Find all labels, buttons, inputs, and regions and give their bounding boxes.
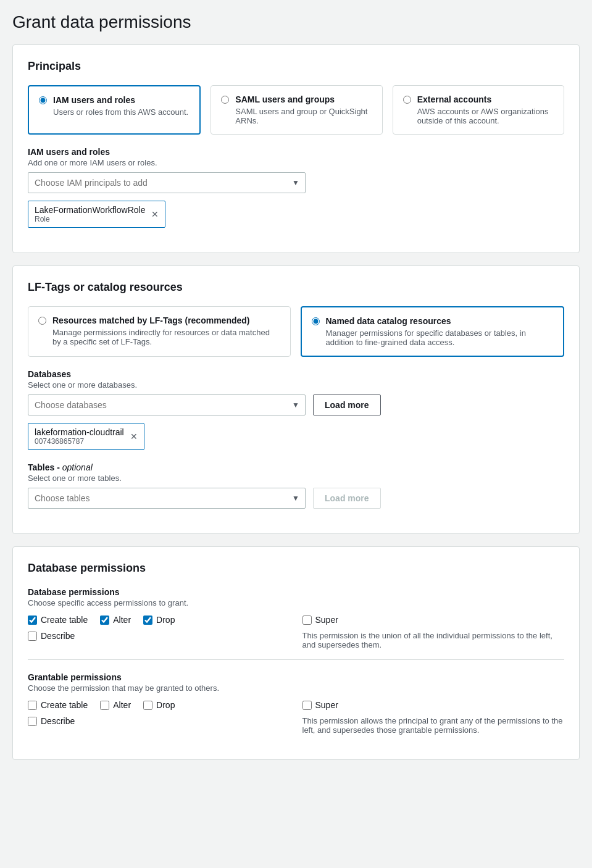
db-tag-name: lakeformation-cloudtrail <box>35 427 124 437</box>
lf-tags-option-label: Resources matched by LF-Tags (recommende… <box>52 315 280 325</box>
saml-option-desc: SAML users and group or QuickSight ARNs. <box>235 107 372 125</box>
db-perms-right: Super This permission is the union of al… <box>302 615 565 649</box>
g-alter-label: Alter <box>113 700 131 710</box>
databases-input[interactable] <box>28 394 306 415</box>
g-describe-checkbox[interactable] <box>28 717 37 726</box>
g-drop-checkbox[interactable] <box>143 701 152 710</box>
named-catalog-desc: Manager permissions for specific databas… <box>326 328 554 347</box>
super-desc: This permission is the union of all the … <box>302 631 565 649</box>
g-describe-label: Describe <box>41 716 75 726</box>
iam-tag-name: LakeFormationWorkflowRole <box>35 205 145 215</box>
drop-label: Drop <box>156 615 175 625</box>
tables-sublabel: Select one or more tables. <box>28 474 564 483</box>
databases-selected-tag: lakeformation-cloudtrail 007436865787 ✕ <box>28 423 144 450</box>
g-create-table-checkbox[interactable] <box>28 701 37 710</box>
iam-field-sublabel: Add one or more IAM users or roles. <box>28 158 564 167</box>
create-table-perm: Create table <box>28 615 88 625</box>
named-catalog-radio[interactable] <box>312 317 320 325</box>
iam-option-desc: Users or roles from this AWS account. <box>53 107 188 117</box>
lf-tags-radio[interactable] <box>38 317 46 325</box>
lf-tags-option[interactable]: Resources matched by LF-Tags (recommende… <box>28 306 291 357</box>
iam-option-label: IAM users and roles <box>53 95 188 105</box>
databases-select-row: ▼ Load more <box>28 394 564 415</box>
external-accounts-option[interactable]: External accounts AWS accounts or AWS or… <box>393 85 564 135</box>
named-catalog-label: Named data catalog resources <box>326 316 554 326</box>
iam-tag-close-icon[interactable]: ✕ <box>151 209 159 219</box>
g-create-table-label: Create table <box>41 700 88 710</box>
super-label: Super <box>315 615 338 625</box>
grantable-perms-field: Grantable permissions Choose the permiss… <box>28 672 564 735</box>
iam-principals-input[interactable] <box>28 172 306 193</box>
grantable-perms-grid: Create table Alter Drop Describe <box>28 700 564 735</box>
g-super-perm: Super <box>302 700 565 710</box>
iam-field-label: IAM users and roles <box>28 147 564 157</box>
g-alter-perm: Alter <box>100 700 131 710</box>
db-perms-field: Database permissions Choose specific acc… <box>28 587 564 649</box>
tables-field-section: Tables - optional Select one or more tab… <box>28 462 564 509</box>
db-perms-row-1: Create table Alter Drop <box>28 615 290 625</box>
create-table-checkbox[interactable] <box>28 616 37 625</box>
iam-select-row: ▼ <box>28 172 564 193</box>
drop-perm: Drop <box>143 615 175 625</box>
grantable-label: Grantable permissions <box>28 672 564 682</box>
g-describe-perm: Describe <box>28 716 75 726</box>
g-drop-label: Drop <box>156 700 175 710</box>
alter-perm: Alter <box>100 615 131 625</box>
g-super-checkbox[interactable] <box>302 701 312 710</box>
saml-users-groups-option[interactable]: SAML users and groups SAML users and gro… <box>211 85 382 135</box>
grantable-perms-row-2: Describe <box>28 716 290 726</box>
databases-label: Databases <box>28 369 564 379</box>
g-super-desc: This permission allows the principal to … <box>302 716 565 735</box>
page-title: Grant data permissions <box>12 12 580 32</box>
external-radio[interactable] <box>403 96 411 104</box>
iam-radio[interactable] <box>39 96 47 104</box>
alter-checkbox[interactable] <box>100 616 109 625</box>
create-table-label: Create table <box>41 615 88 625</box>
databases-field-section: Databases Select one or more databases. … <box>28 369 564 450</box>
grantable-perms-right: Super This permission allows the princip… <box>302 700 565 735</box>
super-checkbox[interactable] <box>302 616 312 625</box>
iam-tag-sub: Role <box>35 215 145 223</box>
iam-selected-tag: LakeFormationWorkflowRole Role ✕ <box>28 201 165 228</box>
lf-tags-option-desc: Manage permissions indirectly for resour… <box>52 328 280 346</box>
drop-checkbox[interactable] <box>143 616 152 625</box>
lf-tags-radio-group: Resources matched by LF-Tags (recommende… <box>28 306 564 357</box>
db-perms-grid: Create table Alter Drop Describe <box>28 615 564 649</box>
describe-perm: Describe <box>28 631 75 641</box>
iam-select-wrapper: ▼ <box>28 172 306 193</box>
principals-radio-group: IAM users and roles Users or roles from … <box>28 85 564 135</box>
databases-load-more-button[interactable]: Load more <box>313 394 381 415</box>
super-perm: Super <box>302 615 565 625</box>
lf-tags-title: LF-Tags or catalog resources <box>28 281 564 294</box>
db-perms-title: Database permissions <box>28 562 564 575</box>
principals-title: Principals <box>28 60 564 73</box>
describe-label: Describe <box>41 631 75 641</box>
saml-radio[interactable] <box>221 96 229 104</box>
g-create-table-perm: Create table <box>28 700 88 710</box>
databases-sublabel: Select one or more databases. <box>28 380 564 390</box>
db-tag-close-icon[interactable]: ✕ <box>130 432 138 441</box>
describe-checkbox[interactable] <box>28 632 37 641</box>
db-tag-sub: 007436865787 <box>35 437 124 446</box>
tables-optional-text: optional <box>62 462 93 472</box>
principals-section: Principals IAM users and roles Users or … <box>12 44 580 253</box>
tables-label: Tables - optional <box>28 462 564 472</box>
g-alter-checkbox[interactable] <box>100 701 109 710</box>
databases-select-wrapper: ▼ <box>28 394 306 415</box>
tables-input[interactable] <box>28 488 306 509</box>
tables-select-row: ▼ Load more <box>28 488 564 509</box>
db-perms-row-2: Describe <box>28 631 290 641</box>
iam-field-section: IAM users and roles Add one or more IAM … <box>28 147 564 228</box>
g-super-label: Super <box>315 700 338 710</box>
lf-tags-section: LF-Tags or catalog resources Resources m… <box>12 265 580 534</box>
tables-select-wrapper: ▼ <box>28 488 306 509</box>
external-option-label: External accounts <box>417 94 554 104</box>
db-perms-left: Create table Alter Drop Describe <box>28 615 290 649</box>
grantable-perms-left: Create table Alter Drop Describe <box>28 700 290 735</box>
named-catalog-option[interactable]: Named data catalog resources Manager per… <box>301 306 565 357</box>
iam-users-roles-option[interactable]: IAM users and roles Users or roles from … <box>28 85 201 135</box>
tables-load-more-button[interactable]: Load more <box>313 488 381 509</box>
grantable-sublabel: Choose the permission that may be grante… <box>28 683 564 693</box>
divider <box>28 659 564 660</box>
grantable-perms-row-1: Create table Alter Drop <box>28 700 290 710</box>
